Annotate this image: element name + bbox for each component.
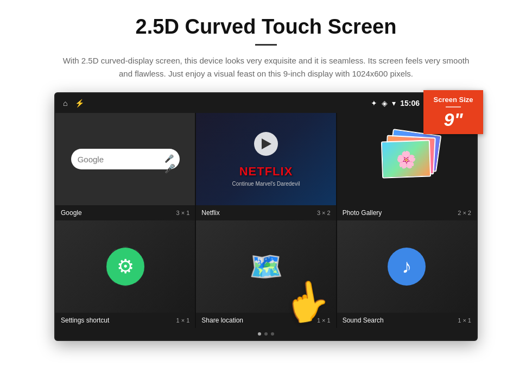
google-label-bar: Google 3 × 1 <box>55 205 195 220</box>
sound-app-size: 1 × 1 <box>458 317 471 324</box>
app-grid-top: Google 🎤 Google 3 × 1 NETFLIX <box>55 113 477 220</box>
google-mic-icon[interactable]: 🎤 <box>164 154 173 165</box>
screen-size-badge: Screen Size 9" <box>423 90 483 134</box>
settings-content[interactable]: ⚙ ⚙ <box>55 220 195 313</box>
page-title: 2.5D Curved Touch Screen <box>136 15 397 39</box>
nav-dots <box>55 328 477 340</box>
netflix-continue-text: Continue Marvel's Daredevil <box>232 181 300 187</box>
netflix-play-icon <box>262 138 271 149</box>
status-bar: ⌂ ⚡ ✦ ◈ ▾ 15:06 📷 🔊 ✕ ▭ <box>55 93 477 113</box>
sound-label-bar: Sound Search 1 × 1 <box>337 313 477 328</box>
usb-icon: ⚡ <box>75 99 84 108</box>
photo-card-3: 🌸 <box>381 140 431 178</box>
app-grid-bottom: ⚙ ⚙ Settings shortcut 1 × 1 🗺️ 👆 Share <box>55 220 477 328</box>
netflix-app-size: 3 × 2 <box>317 210 331 216</box>
settings-icon-circle: ⚙ <box>106 248 144 286</box>
device-screen: ⌂ ⚡ ✦ ◈ ▾ 15:06 📷 🔊 ✕ ▭ Google <box>54 92 478 341</box>
photo-stack: 🌸 <box>374 127 439 192</box>
hand-pointer-icon: 👆 <box>280 275 334 327</box>
settings-app-name: Settings shortcut <box>61 317 109 324</box>
app-cell-netflix[interactable]: NETFLIX Continue Marvel's Daredevil Netf… <box>196 113 335 220</box>
google-app-size: 3 × 1 <box>176 210 190 216</box>
google-content[interactable]: Google 🎤 <box>55 113 195 205</box>
app-cell-settings[interactable]: ⚙ ⚙ Settings shortcut 1 × 1 <box>55 220 195 328</box>
netflix-play-button[interactable] <box>254 132 278 156</box>
app-cell-google[interactable]: Google 🎤 Google 3 × 1 <box>55 113 195 220</box>
netflix-title: Marvel's Daredevil <box>255 181 300 187</box>
flower-emoji: 🌸 <box>396 149 416 169</box>
netflix-label-bar: Netflix 3 × 2 <box>196 205 335 220</box>
badge-divider <box>446 106 461 108</box>
settings-label-bar: Settings shortcut 1 × 1 <box>55 313 195 328</box>
nav-dot-1[interactable] <box>258 332 261 336</box>
page-description: With 2.5D curved-display screen, this de… <box>60 54 472 80</box>
nav-dot-2[interactable] <box>264 332 268 336</box>
screen-wrapper: Screen Size 9" ⌂ ⚡ ✦ ◈ ▾ 15:06 📷 🔊 ✕ ▭ <box>54 92 478 341</box>
photo-app-name: Photo Gallery <box>343 209 382 217</box>
netflix-content[interactable]: NETFLIX Continue Marvel's Daredevil <box>196 113 335 205</box>
google-logo: Google <box>78 155 104 164</box>
sound-icon-circle: ♪ <box>388 248 426 286</box>
google-search-bar[interactable]: Google 🎤 <box>71 149 180 169</box>
netflix-logo: NETFLIX <box>239 165 293 179</box>
google-app-name: Google <box>61 209 82 217</box>
badge-label: Screen Size <box>430 96 477 104</box>
sound-content[interactable]: ♪ <box>337 220 477 313</box>
location-icon: ◈ <box>382 99 388 108</box>
share-app-name: Share location <box>201 317 243 324</box>
title-divider <box>255 44 277 46</box>
home-icon: ⌂ <box>63 99 67 108</box>
gear-icon: ⚙ <box>117 255 134 278</box>
photo-label-bar: Photo Gallery 2 × 2 <box>337 205 477 220</box>
settings-app-size: 1 × 1 <box>176 317 190 324</box>
photo-app-size: 2 × 2 <box>458 210 471 216</box>
status-bar-left: ⌂ ⚡ <box>63 99 84 108</box>
google-maps-icon: 🗺️ <box>249 251 283 282</box>
share-content[interactable]: 🗺️ 👆 <box>196 220 335 313</box>
badge-size: 9" <box>430 110 477 129</box>
netflix-app-name: Netflix <box>201 209 219 217</box>
status-time: 15:06 <box>400 99 420 108</box>
sound-app-name: Sound Search <box>343 317 384 324</box>
netflix-bg: NETFLIX Continue Marvel's Daredevil <box>196 113 335 205</box>
wifi-icon: ▾ <box>392 99 396 108</box>
music-note-icon: ♪ <box>402 255 411 278</box>
bluetooth-icon: ✦ <box>371 99 377 108</box>
app-cell-share[interactable]: 🗺️ 👆 Share location 1 × 1 <box>196 220 335 328</box>
nav-dot-3[interactable] <box>271 332 274 336</box>
app-cell-sound[interactable]: ♪ Sound Search 1 × 1 <box>337 220 477 328</box>
